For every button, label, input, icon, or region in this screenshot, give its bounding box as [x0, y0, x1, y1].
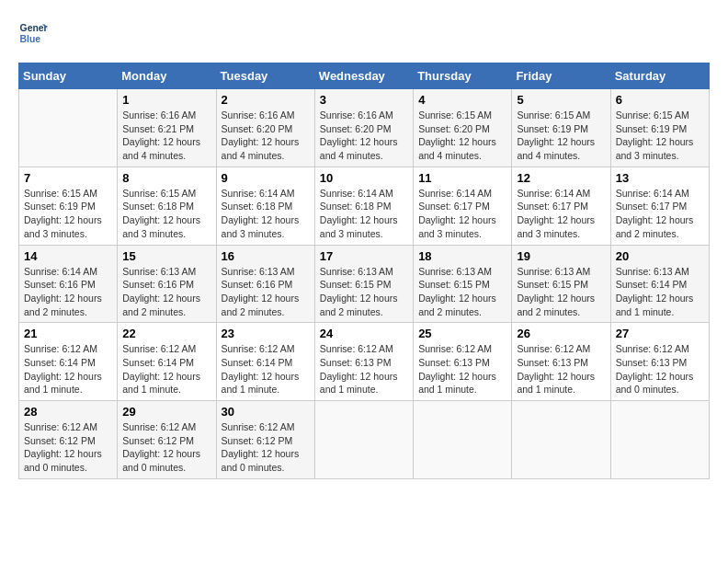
day-info: Sunrise: 6:13 AM Sunset: 6:16 PM Dayligh… — [122, 265, 210, 319]
day-info: Sunrise: 6:15 AM Sunset: 6:19 PM Dayligh… — [616, 109, 704, 163]
day-info: Sunrise: 6:12 AM Sunset: 6:12 PM Dayligh… — [222, 420, 310, 475]
day-info: Sunrise: 6:12 AM Sunset: 6:13 PM Dayligh… — [320, 342, 408, 396]
day-info: Sunrise: 6:15 AM Sunset: 6:19 PM Dayligh… — [24, 187, 112, 241]
calendar-body: 1Sunrise: 6:16 AM Sunset: 6:21 PM Daylig… — [19, 89, 710, 479]
day-number: 29 — [122, 405, 210, 419]
calendar-week-4: 21Sunrise: 6:12 AM Sunset: 6:14 PM Dayli… — [19, 323, 710, 401]
calendar-cell: 7Sunrise: 6:15 AM Sunset: 6:19 PM Daylig… — [19, 167, 118, 245]
day-info: Sunrise: 6:13 AM Sunset: 6:14 PM Dayligh… — [616, 265, 704, 319]
calendar-cell — [610, 401, 709, 479]
calendar-cell: 27Sunrise: 6:12 AM Sunset: 6:13 PM Dayli… — [610, 323, 709, 401]
day-number: 2 — [222, 93, 310, 107]
day-info: Sunrise: 6:14 AM Sunset: 6:18 PM Dayligh… — [222, 187, 310, 241]
calendar-cell: 12Sunrise: 6:14 AM Sunset: 6:17 PM Dayli… — [512, 167, 610, 245]
day-info: Sunrise: 6:16 AM Sunset: 6:20 PM Dayligh… — [222, 109, 310, 163]
day-number: 24 — [320, 327, 408, 340]
day-info: Sunrise: 6:16 AM Sunset: 6:20 PM Dayligh… — [320, 109, 408, 163]
day-number: 5 — [517, 93, 605, 107]
day-number: 4 — [418, 93, 506, 107]
calendar-cell: 1Sunrise: 6:16 AM Sunset: 6:21 PM Daylig… — [118, 89, 216, 167]
day-number: 3 — [320, 93, 408, 107]
day-number: 28 — [24, 405, 112, 419]
day-number: 20 — [616, 249, 704, 263]
calendar-cell: 22Sunrise: 6:12 AM Sunset: 6:14 PM Dayli… — [118, 323, 216, 401]
day-info: Sunrise: 6:15 AM Sunset: 6:19 PM Dayligh… — [517, 109, 605, 163]
calendar-cell: 3Sunrise: 6:16 AM Sunset: 6:20 PM Daylig… — [314, 89, 413, 167]
day-number: 16 — [222, 249, 310, 263]
calendar-cell: 2Sunrise: 6:16 AM Sunset: 6:20 PM Daylig… — [216, 89, 314, 167]
day-number: 21 — [24, 327, 112, 340]
day-number: 26 — [517, 327, 605, 340]
day-info: Sunrise: 6:12 AM Sunset: 6:14 PM Dayligh… — [122, 342, 210, 396]
calendar-cell: 16Sunrise: 6:13 AM Sunset: 6:16 PM Dayli… — [216, 245, 314, 323]
day-number: 12 — [517, 171, 605, 185]
day-number: 18 — [418, 249, 506, 263]
day-info: Sunrise: 6:15 AM Sunset: 6:20 PM Dayligh… — [418, 109, 506, 163]
day-info: Sunrise: 6:12 AM Sunset: 6:14 PM Dayligh… — [222, 342, 310, 396]
day-info: Sunrise: 6:13 AM Sunset: 6:15 PM Dayligh… — [517, 265, 605, 319]
day-number: 25 — [418, 327, 506, 340]
day-info: Sunrise: 6:13 AM Sunset: 6:15 PM Dayligh… — [418, 265, 506, 319]
calendar-cell: 20Sunrise: 6:13 AM Sunset: 6:14 PM Dayli… — [610, 245, 709, 323]
svg-text:Blue: Blue — [20, 34, 41, 44]
calendar-cell: 28Sunrise: 6:12 AM Sunset: 6:12 PM Dayli… — [19, 401, 118, 479]
calendar-table: SundayMondayTuesdayWednesdayThursdayFrid… — [18, 63, 710, 479]
day-info: Sunrise: 6:12 AM Sunset: 6:12 PM Dayligh… — [24, 420, 112, 475]
day-info: Sunrise: 6:14 AM Sunset: 6:17 PM Dayligh… — [616, 187, 704, 241]
calendar-cell: 15Sunrise: 6:13 AM Sunset: 6:16 PM Dayli… — [118, 245, 216, 323]
calendar-cell — [314, 401, 413, 479]
day-info: Sunrise: 6:14 AM Sunset: 6:17 PM Dayligh… — [418, 187, 506, 241]
day-info: Sunrise: 6:12 AM Sunset: 6:13 PM Dayligh… — [616, 342, 704, 396]
day-number: 9 — [222, 171, 310, 185]
day-info: Sunrise: 6:12 AM Sunset: 6:12 PM Dayligh… — [122, 420, 210, 475]
day-info: Sunrise: 6:12 AM Sunset: 6:13 PM Dayligh… — [517, 342, 605, 396]
calendar-cell: 10Sunrise: 6:14 AM Sunset: 6:18 PM Dayli… — [314, 167, 413, 245]
calendar-header-row: SundayMondayTuesdayWednesdayThursdayFrid… — [19, 63, 710, 89]
logo-icon: General Blue — [18, 18, 48, 48]
calendar-cell: 18Sunrise: 6:13 AM Sunset: 6:15 PM Dayli… — [414, 245, 512, 323]
page-header: General Blue — [18, 18, 710, 48]
day-header-friday: Friday — [512, 63, 610, 89]
day-number: 13 — [616, 171, 704, 185]
calendar-cell: 17Sunrise: 6:13 AM Sunset: 6:15 PM Dayli… — [314, 245, 413, 323]
calendar-cell: 4Sunrise: 6:15 AM Sunset: 6:20 PM Daylig… — [414, 89, 512, 167]
day-number: 30 — [222, 405, 310, 419]
day-header-saturday: Saturday — [610, 63, 709, 89]
day-number: 27 — [616, 327, 704, 340]
day-number: 14 — [24, 249, 112, 263]
calendar-cell: 13Sunrise: 6:14 AM Sunset: 6:17 PM Dayli… — [610, 167, 709, 245]
day-info: Sunrise: 6:13 AM Sunset: 6:16 PM Dayligh… — [222, 265, 310, 319]
calendar-cell: 5Sunrise: 6:15 AM Sunset: 6:19 PM Daylig… — [512, 89, 610, 167]
logo: General Blue — [18, 18, 48, 48]
day-info: Sunrise: 6:12 AM Sunset: 6:13 PM Dayligh… — [418, 342, 506, 396]
calendar-cell: 6Sunrise: 6:15 AM Sunset: 6:19 PM Daylig… — [610, 89, 709, 167]
calendar-cell: 21Sunrise: 6:12 AM Sunset: 6:14 PM Dayli… — [19, 323, 118, 401]
day-number: 8 — [122, 171, 210, 185]
day-number: 19 — [517, 249, 605, 263]
day-header-monday: Monday — [118, 63, 216, 89]
day-number: 11 — [418, 171, 506, 185]
day-number: 10 — [320, 171, 408, 185]
day-info: Sunrise: 6:14 AM Sunset: 6:17 PM Dayligh… — [517, 187, 605, 241]
calendar-cell: 29Sunrise: 6:12 AM Sunset: 6:12 PM Dayli… — [118, 401, 216, 479]
day-info: Sunrise: 6:13 AM Sunset: 6:15 PM Dayligh… — [320, 265, 408, 319]
calendar-cell: 23Sunrise: 6:12 AM Sunset: 6:14 PM Dayli… — [216, 323, 314, 401]
calendar-week-1: 1Sunrise: 6:16 AM Sunset: 6:21 PM Daylig… — [19, 89, 710, 167]
day-number: 17 — [320, 249, 408, 263]
day-info: Sunrise: 6:15 AM Sunset: 6:18 PM Dayligh… — [122, 187, 210, 241]
calendar-cell: 11Sunrise: 6:14 AM Sunset: 6:17 PM Dayli… — [414, 167, 512, 245]
calendar-cell: 25Sunrise: 6:12 AM Sunset: 6:13 PM Dayli… — [414, 323, 512, 401]
day-number: 22 — [122, 327, 210, 340]
calendar-cell: 30Sunrise: 6:12 AM Sunset: 6:12 PM Dayli… — [216, 401, 314, 479]
day-header-wednesday: Wednesday — [314, 63, 413, 89]
calendar-cell: 24Sunrise: 6:12 AM Sunset: 6:13 PM Dayli… — [314, 323, 413, 401]
day-number: 7 — [24, 171, 112, 185]
calendar-cell — [19, 89, 118, 167]
day-info: Sunrise: 6:14 AM Sunset: 6:18 PM Dayligh… — [320, 187, 408, 241]
calendar-cell: 8Sunrise: 6:15 AM Sunset: 6:18 PM Daylig… — [118, 167, 216, 245]
day-number: 15 — [122, 249, 210, 263]
day-header-sunday: Sunday — [19, 63, 118, 89]
calendar-cell — [414, 401, 512, 479]
day-info: Sunrise: 6:12 AM Sunset: 6:14 PM Dayligh… — [24, 342, 112, 396]
day-number: 1 — [122, 93, 210, 107]
